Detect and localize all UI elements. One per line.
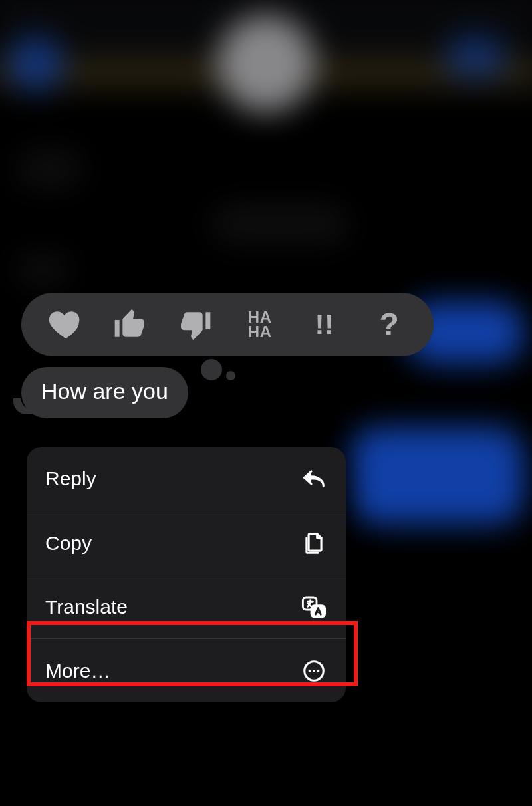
copy-icon [301,530,327,557]
svg-point-3 [309,669,311,672]
reactions-bar: HA HA !! ? [21,293,434,356]
selected-message-text: How are you [41,378,168,404]
menu-item-label: Reply [45,468,96,490]
message-context-menu: Reply Copy Translate [27,447,346,702]
thumbs-up-icon [112,306,149,343]
menu-item-label: More… [45,660,110,682]
reaction-thumbs-down[interactable] [172,301,218,348]
svg-point-4 [313,669,315,672]
selected-message-bubble[interactable]: How are you [21,367,188,418]
heart-icon [47,306,84,343]
thumbs-down-icon [176,306,213,343]
reaction-heart[interactable] [43,301,89,348]
menu-item-reply[interactable]: Reply [27,447,346,511]
reaction-connector-bubble [201,359,222,380]
reaction-connector-bubble-small [226,371,235,380]
question-icon: ? [379,310,399,338]
menu-item-more[interactable]: More… [27,638,346,702]
menu-item-translate[interactable]: Translate [27,575,346,638]
translate-icon [301,594,327,620]
reply-icon [301,466,327,492]
reaction-thumbs-up[interactable] [107,301,154,348]
reaction-exclaim[interactable]: !! [301,301,348,348]
exclaim-icon: !! [315,312,334,337]
menu-item-label: Copy [45,532,92,555]
svg-point-5 [317,669,319,672]
menu-item-copy[interactable]: Copy [27,511,346,575]
haha-icon: HA HA [248,310,272,338]
more-icon [301,658,327,684]
reaction-haha[interactable]: HA HA [237,301,283,348]
menu-item-label: Translate [45,596,128,618]
reaction-question[interactable]: ? [366,301,412,348]
